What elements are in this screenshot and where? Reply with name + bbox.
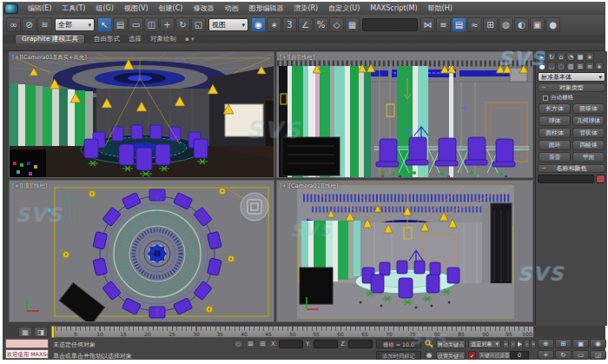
maximize-viewport-icon[interactable]: ▭ xyxy=(572,350,589,360)
tube-button[interactable]: 管状体 xyxy=(572,128,605,138)
app-logo-icon[interactable] xyxy=(4,3,18,14)
keyable-dot-icon[interactable]: ● xyxy=(425,351,433,360)
viewport-layout-icon[interactable]: ◲ xyxy=(590,350,606,360)
align-icon[interactable]: ≡ xyxy=(436,17,451,32)
plane-button[interactable]: 平面 xyxy=(572,152,605,162)
menu-views[interactable]: 视图(V) xyxy=(120,3,153,14)
select-by-name-icon[interactable]: ▤ xyxy=(113,17,128,32)
spinner-snap-icon[interactable]: ◇ xyxy=(329,17,344,32)
render-setup-icon[interactable]: ◐ xyxy=(514,17,529,32)
select-move-icon[interactable]: + xyxy=(160,17,175,32)
link-icon[interactable]: ∞ xyxy=(6,17,21,32)
viewport-camera-shaded[interactable]: [+][Camera01][真实+高光] xyxy=(9,51,274,178)
time-slider[interactable] xyxy=(51,326,55,338)
utilities-tab-icon[interactable]: ∗ xyxy=(585,52,594,61)
viewport-top-wireframe[interactable]: [+][顶][线框] xyxy=(9,180,274,322)
checkbox-icon[interactable] xyxy=(543,96,548,101)
snaps-toggle-icon[interactable]: 3 xyxy=(282,17,297,32)
viewport-label[interactable]: [+][顶][线框] xyxy=(12,182,47,190)
create-tab-icon[interactable]: ▸ xyxy=(538,52,546,61)
edit-named-selections-icon[interactable]: ▦ xyxy=(345,17,360,32)
play-button[interactable]: ▶ xyxy=(517,340,523,348)
menu-rendering[interactable]: 渲染(R) xyxy=(289,3,322,14)
geosphere-button[interactable]: 几何球体 xyxy=(572,116,605,126)
cone-button[interactable]: 圆锥体 xyxy=(572,103,605,114)
object-type-rollout[interactable]: −对象类型 xyxy=(538,83,605,92)
zoom-icon[interactable]: ⊕ xyxy=(538,339,554,348)
y-coordinate-field[interactable] xyxy=(314,340,338,348)
helpers-category-icon[interactable]: ⊞ xyxy=(576,62,585,70)
rendered-frame-icon[interactable]: ▣ xyxy=(530,17,545,32)
x-coordinate-field[interactable] xyxy=(279,340,303,348)
torus-button[interactable]: 圆环 xyxy=(539,140,571,150)
tab-selection[interactable]: 选择 xyxy=(129,35,142,43)
material-editor-icon[interactable]: ◍ xyxy=(499,17,513,32)
spacewarps-category-icon[interactable]: ≋ xyxy=(585,62,594,70)
percent-snap-icon[interactable]: % xyxy=(314,17,328,32)
timeline-ruler[interactable]: 5 10 15 20 25 30 35 40 45 50 55 60 65 70… xyxy=(50,326,534,338)
name-color-rollout[interactable]: −名称和颜色 xyxy=(538,164,605,173)
absolute-mode-icon[interactable]: ⊞ xyxy=(258,340,268,348)
geometry-category-icon[interactable]: ● xyxy=(538,62,546,70)
teapot-button[interactable]: 茶壶 xyxy=(539,152,571,162)
selected-objects-dropdown[interactable]: 选定对象▾ xyxy=(468,340,501,348)
menu-customize[interactable]: 自定义(U) xyxy=(324,3,364,14)
cameras-category-icon[interactable]: ▥ xyxy=(566,62,575,70)
primitive-type-dropdown[interactable]: 标准基本体▾ xyxy=(538,72,605,82)
z-coordinate-field[interactable] xyxy=(348,340,373,348)
add-time-tag[interactable]: 添加时间标记 xyxy=(376,351,421,360)
selection-filter-dropdown[interactable]: 全部▾ xyxy=(55,18,95,31)
display-tab-icon[interactable]: ▦ xyxy=(576,52,585,61)
select-manipulate-icon[interactable]: ∗ xyxy=(267,17,281,32)
mini-curve-editor-button[interactable]: ▦ xyxy=(18,327,32,337)
menu-modifiers[interactable]: 修改器 xyxy=(188,3,218,14)
pan-icon[interactable]: + xyxy=(538,350,554,360)
angle-snap-icon[interactable]: ∠ xyxy=(298,17,313,32)
window-crossing-icon[interactable]: ◫ xyxy=(144,17,159,32)
sphere-button[interactable]: 球体 xyxy=(539,116,571,126)
viewport-label[interactable]: [+][Camera01][真实+高光] xyxy=(12,54,87,62)
curve-editor-icon[interactable]: ≈ xyxy=(467,17,482,32)
unlink-icon[interactable]: ⊘ xyxy=(22,17,36,32)
rect-selection-region-icon[interactable]: ▭ xyxy=(129,17,143,32)
ribbon-options-icon[interactable]: ▪ ▾ xyxy=(185,36,194,43)
track-mode-button[interactable]: ◨ xyxy=(34,327,48,337)
viewport-camera-wireframe[interactable]: [+][Camera01][线框] xyxy=(276,180,533,322)
zoom-extents-icon[interactable]: ▣ xyxy=(572,339,589,348)
menu-help[interactable]: 帮助(H) xyxy=(424,3,457,14)
use-pivot-center-icon[interactable]: ◉ xyxy=(251,17,266,32)
named-selection-field[interactable] xyxy=(362,18,418,31)
go-to-end-button[interactable]: » xyxy=(531,340,536,348)
object-name-field[interactable] xyxy=(538,175,594,183)
hierarchy-tab-icon[interactable]: ⌂ xyxy=(557,52,565,61)
maxscript-mini-listener[interactable]: 欢迎使用 MAXSc xyxy=(5,349,49,359)
select-object-icon[interactable]: ↖ xyxy=(97,17,112,32)
systems-category-icon[interactable]: ∗ xyxy=(595,62,604,70)
cylinder-button[interactable]: 圆柱体 xyxy=(539,128,571,138)
menu-edit[interactable]: 编辑(E) xyxy=(23,3,56,14)
select-scale-icon[interactable]: ◱ xyxy=(191,17,206,32)
field-of-view-icon[interactable]: ◉ xyxy=(590,339,606,348)
set-key-check-icon[interactable]: ✓ xyxy=(468,351,476,360)
schematic-view-icon[interactable]: ⊞ xyxy=(483,17,498,32)
menu-group[interactable]: 组(G) xyxy=(91,3,117,14)
menu-create[interactable]: 创建(C) xyxy=(155,3,188,14)
previous-frame-button[interactable]: ‹ xyxy=(510,340,516,348)
mirror-icon[interactable]: ⋈ xyxy=(420,17,435,32)
tab-freeform[interactable]: 自由形式 xyxy=(94,35,120,43)
menu-tools[interactable]: 工具(T) xyxy=(57,3,89,14)
isolate-selection-icon[interactable]: ◇ xyxy=(234,340,243,348)
select-rotate-icon[interactable]: ↻ xyxy=(175,17,190,32)
render-icon[interactable]: ● xyxy=(545,17,560,32)
auto-key-button[interactable]: 自动关键点 xyxy=(436,340,466,348)
tab-object-paint[interactable]: 对象绘制 xyxy=(150,35,176,43)
selection-lock-icon[interactable]: ⊠ xyxy=(246,340,255,348)
motion-tab-icon[interactable]: ◔ xyxy=(566,52,575,61)
orbit-icon[interactable]: ↻ xyxy=(555,350,572,360)
set-key-icon[interactable] xyxy=(425,340,433,348)
maxscript-macro-recorder[interactable] xyxy=(5,339,49,348)
menu-animation[interactable]: 动画 xyxy=(220,3,242,14)
ref-coordinate-dropdown[interactable]: 视图▾ xyxy=(208,18,248,31)
shapes-category-icon[interactable]: ◡ xyxy=(547,62,556,70)
go-to-start-button[interactable]: « xyxy=(503,340,509,348)
